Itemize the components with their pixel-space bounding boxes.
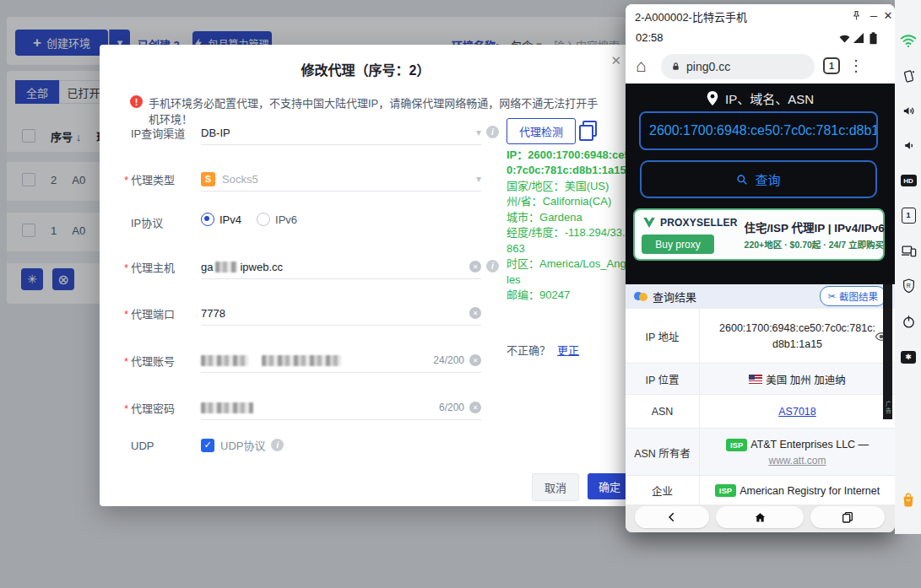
pin-icon[interactable] (848, 8, 864, 23)
warning-icon (130, 95, 143, 108)
ad-right-column: 住宅/ISP 代理IP | IPv4/IPv6 220+地区 · $0.70起 … (745, 218, 876, 251)
phone-browser-bar: ping0.cc 1 (626, 50, 895, 84)
field-row-proxy-host: 代理主机 gaipweb.cc (100, 253, 631, 278)
field-row-udp: UDP UDP协议 (100, 435, 496, 457)
search-icon (736, 174, 748, 186)
result-row-location: IP 位置 美国 加州 加迪纳 (626, 363, 895, 395)
hd-quality-icon[interactable] (898, 170, 918, 191)
browser-menu-icon[interactable] (848, 57, 864, 74)
url-text: ping0.cc (686, 60, 730, 73)
back-icon (666, 511, 678, 523)
buy-proxy-button[interactable]: Buy proxy (642, 235, 714, 254)
result-row-company: 企业 ISP American Registry for Internet (626, 475, 895, 504)
field-row-proxy-type: 代理类型 Socks5 (100, 165, 496, 191)
copy-icon[interactable] (582, 121, 597, 137)
proxy-host-label: 代理主机 (124, 259, 175, 275)
query-result-card: 查询结果 截图结果 IP 地址 2600:1700:6948:ce50:7c0c… (626, 284, 895, 504)
page-heading: IP、域名、ASN (626, 89, 895, 107)
udp-checkbox[interactable] (201, 439, 214, 452)
proxy-password-input[interactable]: 6/200 (201, 396, 481, 420)
clear-icon[interactable] (469, 261, 481, 272)
root-shield-icon[interactable]: R (898, 276, 918, 296)
proxy-detect-button[interactable]: 代理检测 (507, 118, 576, 144)
location-pin-icon (707, 91, 718, 105)
redacted-text (215, 262, 237, 272)
result-header: 查询结果 截图结果 (626, 284, 895, 308)
home-icon (754, 511, 767, 524)
proxy-password-label: 代理密码 (124, 400, 175, 416)
result-title: 查询结果 (653, 289, 696, 305)
nav-home-button[interactable] (716, 506, 804, 528)
us-flag-icon (749, 375, 762, 384)
file-upload-icon[interactable] (898, 205, 918, 225)
proxyseller-logo-icon (642, 215, 657, 230)
clear-icon[interactable] (469, 402, 481, 413)
close-icon[interactable] (881, 8, 895, 23)
field-row-proxy-port: 代理端口 7778 (100, 299, 496, 325)
rotate-screen-icon[interactable] (898, 66, 918, 86)
correct-link[interactable]: 更正 (557, 344, 579, 357)
tab-count-button[interactable]: 1 (823, 57, 840, 74)
query-button[interactable]: 查询 (640, 160, 877, 198)
nav-recents-button[interactable] (810, 506, 885, 528)
clear-icon[interactable] (469, 307, 481, 319)
devices-sync-icon[interactable] (898, 240, 918, 261)
ad-left-column: PROXYSELLER Buy proxy (642, 215, 738, 254)
att-link[interactable]: www.att.com (707, 455, 888, 467)
ip-query-input[interactable]: 2600:1700:6948:ce50:7c0c:781c:d8b1:1a15 (639, 111, 878, 150)
browser-home-icon[interactable] (636, 57, 647, 74)
phone-statusbar: 02:58 (626, 26, 895, 50)
info-icon[interactable] (486, 260, 499, 272)
phone-titlebar[interactable]: 2-A000002-比特云手机 (626, 4, 895, 27)
close-icon[interactable] (610, 53, 621, 68)
status-battery-icon (869, 31, 877, 45)
ipv4-radio[interactable] (201, 213, 214, 226)
proxy-port-input[interactable]: 7778 (201, 301, 481, 326)
proxyseller-ad-banner[interactable]: PROXYSELLER Buy proxy 住宅/ISP 代理IP | IPv4… (633, 208, 885, 261)
status-wifi-icon (838, 33, 850, 43)
lock-icon (671, 62, 680, 72)
page-side-ad-strip: 广告 (883, 284, 892, 419)
detect-city-line: 城市：Gardena (507, 210, 633, 225)
network-status-icon[interactable] (898, 30, 918, 51)
proxy-type-select[interactable]: Socks5 (201, 167, 481, 192)
info-icon[interactable] (271, 439, 284, 451)
minimize-icon[interactable] (867, 7, 880, 22)
info-icon[interactable] (486, 126, 499, 138)
isp-badge: ISP (726, 439, 747, 451)
volume-up-icon[interactable] (898, 100, 918, 121)
nav-back-button[interactable] (635, 506, 709, 528)
ipv6-radio[interactable] (257, 213, 270, 226)
result-row-asn: ASN AS7018 (626, 394, 895, 429)
result-row-asn-owner: ASN 所有者 ISP AT&T Enterprises LLC — www.a… (626, 428, 895, 476)
field-row-proxy-password: 代理密码 6/200 (100, 394, 496, 419)
proxy-account-input[interactable]: 24/200 (201, 348, 481, 373)
detect-country-line: 国家/地区：美国(US) (507, 179, 633, 194)
detect-ip-line: IP：2600:1700:6948:ce50:7c0c:781c:d8b1:1a… (507, 148, 633, 179)
address-bar[interactable]: ping0.cc (661, 54, 815, 79)
clear-icon[interactable] (469, 354, 481, 366)
ad-subline: 220+地区 · $0.70起 · 24/7 立即购买 (745, 238, 876, 251)
phone-nav-bar (626, 504, 895, 532)
ad-brand-name: PROXYSELLER (660, 217, 738, 229)
proxy-host-input[interactable]: gaipweb.cc (201, 255, 481, 279)
svg-text:R: R (906, 283, 910, 289)
chevron-down-icon (476, 173, 481, 185)
char-counter: 6/200 (439, 402, 464, 413)
screenshot-result-button[interactable]: 截图结果 (820, 286, 886, 306)
asn-link[interactable]: AS7018 (778, 406, 815, 418)
volume-down-icon[interactable] (898, 135, 918, 155)
proxy-port-label: 代理端口 (124, 305, 175, 321)
power-icon[interactable] (898, 311, 918, 332)
ip-channel-select[interactable]: DB-IP (201, 121, 481, 145)
detect-geo-line: 经度/纬度：-118.294/33.8863 (507, 225, 633, 256)
ad-headline: 住宅/ISP 代理IP | IPv4/IPv6 (745, 218, 876, 235)
app-store-icon[interactable] (898, 489, 918, 510)
status-signal-icon (853, 33, 864, 43)
redacted-text (201, 355, 248, 366)
recents-icon (841, 510, 854, 524)
proxy-type-label: 代理类型 (124, 171, 175, 187)
screen-record-icon[interactable] (898, 347, 918, 367)
cancel-button[interactable]: 取消 (532, 473, 579, 501)
char-counter: 24/200 (433, 354, 464, 366)
